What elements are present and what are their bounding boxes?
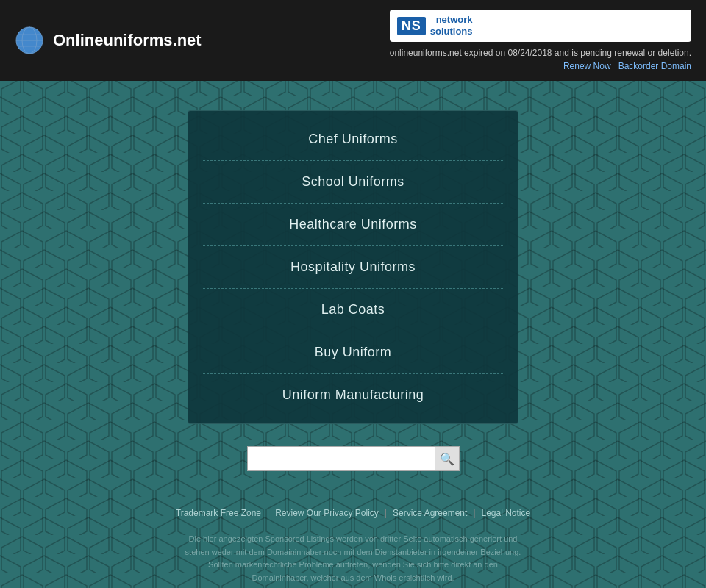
menu-item-lab-coats[interactable]: Lab Coats bbox=[188, 289, 518, 331]
footer-link-3[interactable]: Legal Notice bbox=[482, 508, 531, 518]
site-title: Onlineuniforms.net bbox=[53, 31, 202, 50]
footer-link-1[interactable]: Review Our Privacy Policy bbox=[275, 508, 379, 518]
search-input[interactable] bbox=[247, 446, 435, 471]
search-button[interactable]: 🔍 bbox=[435, 446, 460, 471]
ns-logo: NS network solutions bbox=[390, 10, 691, 41]
header-links: Renew Now Backorder Domain bbox=[390, 61, 691, 71]
menu-item-hospitality-uniforms[interactable]: Hospitality Uniforms bbox=[188, 246, 518, 288]
backorder-link[interactable]: Backorder Domain bbox=[618, 61, 691, 71]
footer-separator: | bbox=[385, 508, 387, 518]
ns-logo-box: NS bbox=[397, 17, 426, 35]
menu-item-buy-uniform[interactable]: Buy Uniform bbox=[188, 331, 518, 373]
footer-link-0[interactable]: Trademark Free Zone bbox=[176, 508, 261, 518]
renew-link[interactable]: Renew Now bbox=[563, 61, 611, 71]
menu-item-healthcare-uniforms[interactable]: Healthcare Uniforms bbox=[188, 204, 518, 245]
menu-card: Chef UniformsSchool UniformsHealthcare U… bbox=[188, 110, 518, 424]
footer-links: Trademark Free Zone|Review Our Privacy P… bbox=[176, 508, 530, 518]
header-right: NS network solutions onlineuniforms.net … bbox=[390, 10, 691, 71]
footer-separator: | bbox=[267, 508, 269, 518]
header: Onlineuniforms.net NS network solutions … bbox=[0, 0, 706, 81]
ns-logo-text: network solutions bbox=[430, 14, 473, 37]
search-container: 🔍 bbox=[247, 446, 460, 471]
menu-item-uniform-manufacturing[interactable]: Uniform Manufacturing bbox=[188, 374, 518, 416]
main-content: Chef UniformsSchool UniformsHealthcare U… bbox=[0, 81, 706, 584]
header-info: onlineuniforms.net expired on 08/24/2018… bbox=[390, 48, 691, 58]
disclaimer: Die hier angezeigten Sponsored Listings … bbox=[169, 533, 537, 584]
footer-link-2[interactable]: Service Agreement bbox=[393, 508, 467, 518]
header-left: Onlineuniforms.net bbox=[15, 26, 390, 55]
globe-icon bbox=[15, 26, 44, 55]
menu-item-school-uniforms[interactable]: School Uniforms bbox=[188, 161, 518, 203]
menu-item-chef-uniforms[interactable]: Chef Uniforms bbox=[188, 118, 518, 160]
footer-separator: | bbox=[473, 508, 475, 518]
